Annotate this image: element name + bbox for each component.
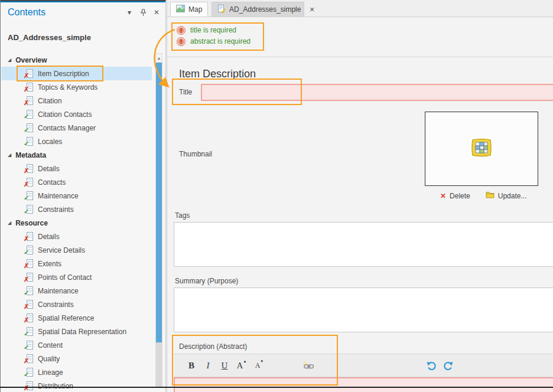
- status-error-icon: ✗: [25, 313, 33, 323]
- tree-item-label: Maintenance: [38, 287, 79, 295]
- tree-item-spatial-reference[interactable]: ✗Spatial Reference: [1, 311, 152, 325]
- tree-item-citation[interactable]: ✗Citation: [1, 94, 152, 107]
- pane-scrollbar[interactable]: ▲: [155, 53, 162, 387]
- description-input[interactable]: [174, 377, 553, 392]
- tree-item-distribution[interactable]: ✗Distribution: [1, 379, 152, 392]
- error-text: abstract is required: [190, 37, 251, 45]
- tree-item-label: Service Details: [38, 246, 85, 254]
- status-ok-icon: ✓: [25, 205, 33, 214]
- collapse-icon[interactable]: ◢: [8, 153, 11, 158]
- underline-button[interactable]: U: [217, 354, 232, 377]
- tree-item-spatial-data-representation[interactable]: ✓Spatial Data Representation: [1, 325, 152, 338]
- title-input[interactable]: [201, 84, 553, 101]
- tree-item-details[interactable]: ✗Details: [1, 230, 152, 243]
- view-tabs: Map AD_Addresses_simple ✕: [167, 0, 553, 17]
- tree-item-label: Lineage: [38, 368, 63, 377]
- tree-item-points-of-contact[interactable]: ✗Points of Contact: [1, 270, 152, 284]
- page-title: Item Description: [179, 68, 256, 80]
- metadata-tree: ◢Overview✗Item Description✗Topics & Keyw…: [1, 53, 152, 392]
- status-error-icon: ✗: [25, 381, 33, 391]
- description-label: Description (Abstract): [179, 342, 247, 351]
- validation-message: !abstract is required: [177, 36, 251, 47]
- contents-pane: Contents ▾ ✕ AD_Addresses_simple ◢Overvi…: [0, 0, 166, 392]
- tab-metadata[interactable]: AD_Addresses_simple ✕: [212, 2, 304, 17]
- status-error-icon: ✗: [25, 164, 33, 174]
- scrollbar-thumb[interactable]: [156, 63, 162, 342]
- tree-item-label: Details: [38, 233, 60, 241]
- pane-menu-icon[interactable]: ▾: [125, 8, 134, 17]
- status-error-icon: ✗: [25, 300, 33, 309]
- summary-input[interactable]: [174, 288, 553, 332]
- pin-icon[interactable]: [139, 8, 147, 17]
- active-pane-accent: [1, 1, 165, 2]
- map-thumbnail-icon: [470, 137, 493, 161]
- tree-item-lineage[interactable]: ✓Lineage: [1, 365, 152, 379]
- arcgis-metadata-editor: Contents ▾ ✕ AD_Addresses_simple ◢Overvi…: [0, 0, 553, 392]
- tree-item-maintenance[interactable]: ✓Maintenance: [1, 284, 152, 298]
- close-pane-icon[interactable]: ✕: [152, 8, 161, 17]
- status-error-icon: ✗: [25, 273, 33, 282]
- tree-item-label: Quality: [38, 355, 60, 363]
- tree-item-label: Distribution: [38, 382, 73, 390]
- tree-item-topics-keywords[interactable]: ✗Topics & Keywords: [1, 80, 152, 94]
- tree-item-label: Details: [38, 165, 60, 173]
- undo-icon[interactable]: [424, 354, 438, 377]
- tree-item-contacts-manager[interactable]: ✓Contacts Manager: [1, 121, 152, 135]
- tree-item-label: Constraints: [38, 205, 74, 214]
- collapse-icon[interactable]: ◢: [8, 58, 11, 63]
- collapse-icon[interactable]: ◢: [8, 221, 11, 226]
- tree-section-resource[interactable]: ◢Resource: [1, 216, 152, 230]
- redo-icon[interactable]: [441, 354, 455, 377]
- tree-item-service-details[interactable]: ✓Service Details: [1, 243, 152, 257]
- thumbnail-preview[interactable]: [425, 112, 538, 186]
- tree-item-details[interactable]: ✗Details: [1, 162, 152, 175]
- tree-section-metadata[interactable]: ◢Metadata: [1, 148, 152, 162]
- tree-item-quality[interactable]: ✗Quality: [1, 352, 152, 365]
- status-error-icon: ✗: [25, 178, 33, 187]
- status-ok-icon: ✓: [25, 110, 33, 119]
- tree-item-constraints[interactable]: ✓Constraints: [1, 202, 152, 216]
- tree-item-locales[interactable]: ✓Locales: [1, 135, 152, 148]
- tree-item-citation-contacts[interactable]: ✓Citation Contacts: [1, 107, 152, 121]
- tree-item-contacts[interactable]: ✗Contacts: [1, 175, 152, 189]
- tree-item-label: Spatial Data Representation: [38, 328, 126, 336]
- status-ok-icon: ✓: [25, 137, 33, 146]
- summary-label: Summary (Purpose): [175, 277, 238, 285]
- tree-item-label: Topics & Keywords: [38, 83, 97, 92]
- section-label: Metadata: [15, 151, 46, 159]
- tree-item-maintenance[interactable]: ✓Maintenance: [1, 189, 152, 202]
- thumbnail-label: Thumbnail: [179, 150, 212, 158]
- tags-input[interactable]: [174, 222, 553, 267]
- status-error-icon: ✗: [25, 354, 33, 364]
- tree-item-label: Spatial Reference: [38, 314, 94, 322]
- tree-item-label: Contacts: [38, 178, 66, 187]
- error-text: title is required: [190, 26, 236, 34]
- delete-icon: ✕: [440, 192, 446, 200]
- tree-item-label: Content: [38, 341, 63, 349]
- tree-item-constraints[interactable]: ✗Constraints: [1, 298, 152, 311]
- tab-map[interactable]: Map: [170, 2, 208, 17]
- window-bottom-edge: [0, 387, 553, 388]
- status-ok-icon: ✓: [25, 327, 33, 337]
- bold-button[interactable]: B: [184, 354, 199, 377]
- validation-message: !title is required: [177, 25, 236, 35]
- status-error-icon: ✗: [25, 232, 33, 241]
- error-icon: !: [177, 26, 186, 35]
- italic-button[interactable]: I: [201, 354, 215, 377]
- grow-font-button[interactable]: A▲: [234, 354, 249, 377]
- status-error-icon: ✗: [25, 259, 33, 269]
- insert-link-icon[interactable]: [300, 354, 318, 377]
- tree-item-content[interactable]: ✓Content: [1, 338, 152, 352]
- tab-close-icon[interactable]: ✕: [309, 6, 314, 14]
- metadata-editor-view: Map AD_Addresses_simple ✕ !title is requ…: [167, 0, 553, 392]
- map-icon: [176, 5, 185, 14]
- metadata-icon: [217, 5, 226, 15]
- tree-item-item-description[interactable]: ✗Item Description: [1, 67, 152, 80]
- shrink-font-button[interactable]: A▼: [252, 354, 267, 377]
- tree-item-extents[interactable]: ✗Extents: [1, 257, 152, 270]
- update-thumbnail-button[interactable]: Update...: [486, 191, 527, 200]
- scroll-up-icon[interactable]: ▲: [156, 54, 162, 62]
- status-ok-icon: ✓: [25, 286, 33, 296]
- delete-thumbnail-button[interactable]: ✕ Delete: [440, 192, 470, 200]
- tree-section-overview[interactable]: ◢Overview: [1, 53, 152, 67]
